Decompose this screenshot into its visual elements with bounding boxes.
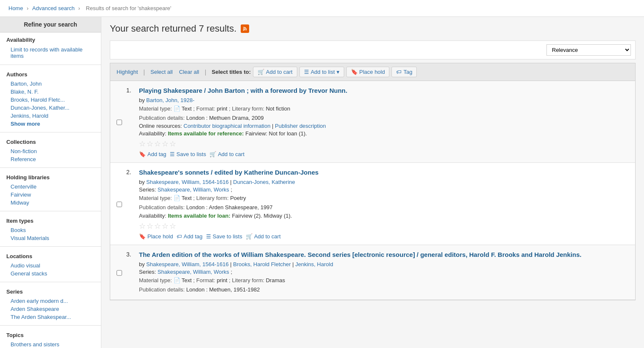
result-body-1: Playing Shakespeare / John Barton ; with… (139, 86, 629, 157)
online-link-1-1[interactable]: Publisher description (275, 123, 326, 129)
sidebar-author-0[interactable]: Barton, John (6, 80, 95, 88)
sidebar-library-1[interactable]: Fairview (6, 191, 95, 199)
save-to-lists-link-2[interactable]: ☰ Save to lists (206, 233, 242, 240)
star-2-2[interactable]: ☆ (147, 221, 153, 231)
sidebar-locations-section: Locations Audio visual General stacks (0, 249, 101, 280)
result-online-1: Online resources: Contributor biographic… (139, 123, 629, 129)
result-author-1-0[interactable]: Barton, John, 1928- (146, 97, 194, 103)
cart-icon-2: 🛒 (246, 233, 253, 240)
result-publication-1: Publication details: London : Methuen Dr… (139, 114, 629, 122)
hold-icon-2: 🔖 (139, 233, 146, 240)
sidebar-availability-section: Availability Limit to records with avail… (0, 32, 101, 62)
result-num-2: 2. (126, 169, 135, 240)
result-title-3[interactable]: The Arden edition of the works of Willia… (139, 250, 629, 259)
sidebar-collection-0[interactable]: Non-fiction (6, 147, 95, 155)
breadcrumb-home[interactable]: Home (8, 5, 23, 11)
add-tag-link-2[interactable]: 🏷 Add tag (177, 233, 203, 240)
search-result-heading: Your search returned 7 results. (110, 23, 236, 34)
sidebar-library-2[interactable]: Midway (6, 199, 95, 207)
sidebar-author-1[interactable]: Blake, N. F. (6, 88, 95, 96)
format-value-3: print (217, 277, 227, 283)
chevron-down-icon: ▾ (337, 69, 340, 75)
clear-all-button[interactable]: Clear all (177, 68, 201, 76)
material-text-2: Text (182, 195, 192, 201)
sidebar-series-1[interactable]: Arden Shakespeare (6, 305, 95, 313)
result-author-3-2[interactable]: Jenkins, Harold (295, 261, 333, 267)
breadcrumb-sep2: › (78, 5, 82, 11)
sidebar-collection-1[interactable]: Reference (6, 155, 95, 163)
add-tag-link-1[interactable]: 🔖 Add tag (139, 151, 166, 157)
cart-icon: 🛒 (258, 69, 264, 75)
sort-select[interactable]: Relevance Author Title Date (546, 44, 631, 56)
star-1-3[interactable]: ☆ (154, 139, 161, 148)
result-meta-material-3: Material type: 📄 Text ; Format: print ; … (139, 276, 629, 285)
content-area: Your search returned 7 results. Relevanc… (101, 17, 644, 348)
sidebar-topic-0[interactable]: Brothers and sisters (6, 340, 95, 348)
material-icon-3: 📄 (174, 277, 180, 283)
publication-value-2: London : Arden Shakespeare, 1997 (186, 204, 273, 210)
material-type-label-1: Material type: (139, 105, 174, 112)
star-2-5[interactable]: ☆ (169, 221, 176, 231)
result-num-1: 1. (126, 87, 135, 157)
star-2-4[interactable]: ☆ (162, 221, 168, 231)
toolbar-place-hold-button[interactable]: 🔖 Place hold (346, 67, 390, 77)
result-author-3-1[interactable]: Brooks, Harold Fletcher (233, 261, 291, 267)
literary-value-1: Not fiction (266, 105, 290, 112)
result-meta-material-2: Material type: 📄 Text ; Literary form: P… (139, 194, 629, 202)
add-to-cart-link-1[interactable]: 🛒 Add to cart (209, 151, 245, 157)
result-stars-2[interactable]: ☆ ☆ ☆ ☆ ☆ (139, 221, 629, 231)
sidebar-author-3[interactable]: Duncan-Jones, Kather... (6, 104, 95, 112)
star-2-1[interactable]: ☆ (139, 221, 146, 231)
highlight-button[interactable]: Highlight (114, 68, 140, 76)
sidebar-itemtypes-section: Item types Books Visual Materials (0, 213, 101, 244)
series-link-3[interactable]: Shakespeare, William, Works (158, 269, 229, 275)
result-author-2-1[interactable]: Duncan-Jones, Katherine (233, 179, 295, 185)
toolbar-add-to-cart-button[interactable]: 🛒 Add to cart (253, 67, 297, 77)
select-all-button[interactable]: Select all (148, 68, 175, 76)
sidebar-author-2[interactable]: Brooks, Harold Fletc... (6, 96, 95, 104)
cart-icon-1: 🛒 (209, 151, 216, 157)
breadcrumb-advanced-search[interactable]: Advanced search (32, 5, 74, 11)
result-stars-1[interactable]: ☆ ☆ ☆ ☆ ☆ (139, 139, 629, 148)
results-container: 1. Playing Shakespeare / John Barton ; w… (110, 81, 636, 300)
sidebar-series-label: Series (6, 289, 95, 295)
result-author-2-0[interactable]: Shakespeare, William, 1564-1616 (146, 179, 228, 185)
sidebar-location-1[interactable]: General stacks (6, 270, 95, 278)
publication-value-3: London : Methuen, 1951-1982 (186, 286, 260, 293)
toolbar-tag-button[interactable]: 🏷 Tag (391, 67, 417, 77)
result-checkbox-3[interactable] (117, 251, 122, 294)
sidebar-author-4[interactable]: Jenkins, Harold (6, 112, 95, 120)
result-title-2[interactable]: Shakespeare's sonnets / edited by Kather… (139, 168, 629, 177)
sidebar-location-0[interactable]: Audio visual (6, 262, 95, 270)
result-title-1[interactable]: Playing Shakespeare / John Barton ; with… (139, 86, 629, 95)
star-1-2[interactable]: ☆ (147, 139, 153, 148)
material-icon-1: 📄 (174, 105, 180, 112)
series-link-2[interactable]: Shakespeare, William, Works (158, 186, 229, 193)
star-2-3[interactable]: ☆ (154, 221, 161, 231)
save-to-lists-link-1[interactable]: ☰ Save to lists (170, 151, 206, 157)
sidebar-itemtype-1[interactable]: Visual Materials (6, 234, 95, 242)
result-checkbox-1[interactable] (117, 87, 122, 157)
sidebar-series-2[interactable]: The Arden Shakespear... (6, 313, 95, 321)
star-1-4[interactable]: ☆ (162, 139, 168, 148)
sidebar-availability-link[interactable]: Limit to records with available items (6, 45, 95, 60)
result-author-3-0[interactable]: Shakespeare, William, 1564-1616 (146, 261, 228, 267)
sidebar-library-0[interactable]: Centerville (6, 183, 95, 191)
result-checkbox-2[interactable] (117, 169, 122, 240)
list-icon: ☰ (304, 69, 309, 75)
by-label-3: by (139, 261, 146, 267)
sidebar-itemtype-0[interactable]: Books (6, 226, 95, 234)
place-hold-link-2[interactable]: 🔖 Place hold (139, 233, 173, 240)
sidebar-show-more[interactable]: Show more (6, 120, 95, 128)
sidebar-libraries-section: Holding libraries Centerville Fairview M… (0, 170, 101, 209)
rss-icon[interactable] (241, 24, 249, 33)
sidebar: Refine your search Availability Limit to… (0, 17, 101, 348)
online-link-1-0[interactable]: Contributor biographical information (184, 123, 271, 129)
star-1-1[interactable]: ☆ (139, 139, 146, 148)
star-1-5[interactable]: ☆ (169, 139, 176, 148)
material-icon-2: 📄 (174, 195, 180, 201)
sidebar-topics-section: Topics Brothers and sisters (0, 328, 101, 348)
toolbar-add-to-list-button[interactable]: ☰ Add to list ▾ (299, 67, 344, 77)
add-to-cart-link-2[interactable]: 🛒 Add to cart (246, 233, 281, 240)
sidebar-series-0[interactable]: Arden early modern d... (6, 297, 95, 305)
